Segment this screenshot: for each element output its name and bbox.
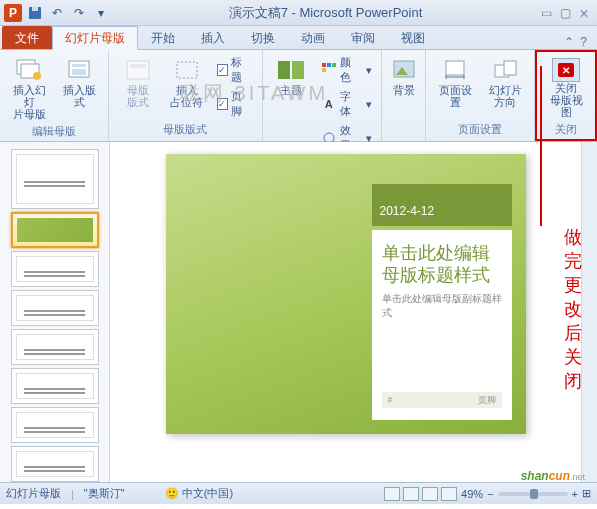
quick-access-toolbar: ↶ ↷ ▾ (26, 4, 110, 22)
footer-checkbox[interactable]: ✓页脚 (214, 88, 256, 120)
svg-point-4 (33, 72, 41, 80)
group-page-setup: 页面设置 幻灯片方向 页面设置 (426, 50, 535, 141)
tab-review[interactable]: 审阅 (338, 26, 388, 49)
window-title: 演示文稿7 - Microsoft PowerPoint (110, 4, 541, 22)
redo-icon[interactable]: ↷ (70, 4, 88, 22)
svg-rect-6 (72, 64, 86, 67)
tab-insert[interactable]: 插入 (188, 26, 238, 49)
sorter-view-icon[interactable] (403, 487, 419, 501)
reading-view-icon[interactable] (422, 487, 438, 501)
slideshow-view-icon[interactable] (441, 487, 457, 501)
svg-rect-20 (446, 61, 464, 75)
subtitle-text: 单击此处编辑母版副标题样式 (382, 292, 502, 320)
group-background: 背景 (382, 50, 426, 141)
svg-rect-7 (72, 69, 86, 75)
status-mode: 幻灯片母版 (6, 486, 61, 501)
status-theme: "奥斯汀" (84, 486, 125, 501)
insert-slide-master-button[interactable]: 插入幻灯 片母版 (6, 54, 52, 122)
fit-window-icon[interactable]: ⊞ (582, 487, 591, 500)
tab-animations[interactable]: 动画 (288, 26, 338, 49)
title-placeholder[interactable]: 单击此处编辑 母版标题样式 单击此处编辑母版副标题样式 # 页脚 (372, 230, 512, 420)
master-layout-icon (123, 56, 153, 84)
undo-icon[interactable]: ↶ (48, 4, 66, 22)
minimize-icon[interactable]: ▭ (541, 6, 552, 20)
thumbnail-pane[interactable] (0, 142, 110, 482)
background-icon (389, 56, 419, 84)
fonts-icon: A (321, 96, 337, 112)
svg-rect-9 (130, 64, 146, 68)
master-thumbnail[interactable] (11, 149, 99, 209)
svg-rect-10 (177, 62, 197, 78)
site-watermark: shancun.net (521, 469, 585, 483)
normal-view-icon[interactable] (384, 487, 400, 501)
slide-orientation-button[interactable]: 幻灯片方向 (482, 54, 528, 110)
window-controls: ▭ ▢ ⨯ (541, 6, 589, 20)
layout-thumbnail[interactable] (11, 329, 99, 365)
layout-thumbnail[interactable] (11, 407, 99, 443)
qat-dropdown-icon[interactable]: ▾ (92, 4, 110, 22)
slide-master-icon (14, 56, 44, 84)
page-setup-button[interactable]: 页面设置 (432, 54, 478, 110)
tab-slide-master[interactable]: 幻灯片母版 (52, 26, 138, 50)
svg-rect-22 (504, 61, 516, 75)
themes-button[interactable]: 主题 (269, 54, 314, 98)
insert-layout-button[interactable]: 插入版式 (56, 54, 102, 110)
group-close: ✕ 关闭 母版视图 关闭 (535, 50, 597, 141)
group-edit-theme: 主题 颜色▾ A字体▾ 效果▾ 编辑主题 (263, 50, 382, 141)
group-label: 编辑母版 (32, 122, 76, 141)
svg-rect-8 (127, 61, 149, 79)
group-label: 关闭 (555, 120, 577, 139)
tab-file[interactable]: 文件 (2, 26, 52, 49)
layout-thumbnail[interactable] (11, 446, 99, 482)
save-icon[interactable] (26, 4, 44, 22)
group-label: 母版版式 (163, 120, 207, 139)
view-mode-icons (384, 487, 457, 501)
annotation-line (540, 66, 542, 226)
fonts-button[interactable]: A字体▾ (318, 88, 375, 120)
statusbar: 幻灯片母版 | "奥斯汀" 🙂 中文(中国) 49% − + ⊞ (0, 482, 597, 504)
close-window-icon[interactable]: ⨯ (579, 6, 589, 20)
layout-thumbnail[interactable] (11, 251, 99, 287)
tab-home[interactable]: 开始 (138, 26, 188, 49)
insert-placeholder-button[interactable]: 插入 占位符 (164, 54, 209, 110)
slide-canvas[interactable]: 2012-4-12 单击此处编辑 母版标题样式 单击此处编辑母版副标题样式 # … (110, 142, 581, 482)
zoom-in-icon[interactable]: + (572, 488, 578, 500)
close-master-view-button[interactable]: ✕ 关闭 母版视图 (543, 56, 589, 120)
tab-view[interactable]: 视图 (388, 26, 438, 49)
slide[interactable]: 2012-4-12 单击此处编辑 母版标题样式 单击此处编辑母版副标题样式 # … (166, 154, 526, 434)
layout-icon (64, 56, 94, 84)
close-icon: ✕ (552, 58, 580, 82)
annotation-text: 做完更改后关闭 (555, 225, 591, 393)
orientation-icon (490, 56, 520, 84)
title-text: 单击此处编辑 母版标题样式 (382, 242, 502, 286)
background-button[interactable]: 背景 (381, 54, 427, 98)
svg-rect-13 (322, 63, 326, 67)
svg-rect-11 (278, 61, 290, 79)
zoom-level[interactable]: 49% (461, 488, 483, 500)
page-setup-icon (440, 56, 470, 84)
svg-rect-16 (322, 68, 326, 72)
layout-thumbnail[interactable] (11, 290, 99, 326)
footer-placeholder[interactable]: # 页脚 (382, 392, 502, 408)
group-label (402, 123, 405, 139)
group-label: 页面设置 (458, 120, 502, 139)
tab-transitions[interactable]: 切换 (238, 26, 288, 49)
language-indicator[interactable]: 🙂 中文(中国) (165, 486, 233, 501)
ribbon: 插入幻灯 片母版 插入版式 编辑母版 母版 版式 插入 占位符 ✓标题 ✓页脚 (0, 50, 597, 142)
ribbon-tabs: 文件 幻灯片母版 开始 插入 切换 动画 审阅 视图 ⌃ ? (0, 26, 597, 50)
colors-icon (321, 62, 337, 78)
zoom-slider[interactable] (498, 492, 568, 496)
maximize-icon[interactable]: ▢ (560, 6, 571, 20)
layout-thumbnail[interactable] (11, 212, 99, 248)
help-icon[interactable]: ? (580, 35, 587, 49)
themes-icon (276, 56, 306, 84)
date-placeholder[interactable]: 2012-4-12 (372, 184, 512, 226)
collapse-ribbon-icon[interactable]: ⌃ (564, 35, 574, 49)
workspace: 2012-4-12 单击此处编辑 母版标题样式 单击此处编辑母版副标题样式 # … (0, 142, 597, 482)
zoom-out-icon[interactable]: − (487, 488, 493, 500)
master-layout-button[interactable]: 母版 版式 (115, 54, 160, 110)
title-checkbox[interactable]: ✓标题 (214, 54, 256, 86)
layout-thumbnail[interactable] (11, 368, 99, 404)
colors-button[interactable]: 颜色▾ (318, 54, 375, 86)
placeholder-icon (172, 56, 202, 84)
